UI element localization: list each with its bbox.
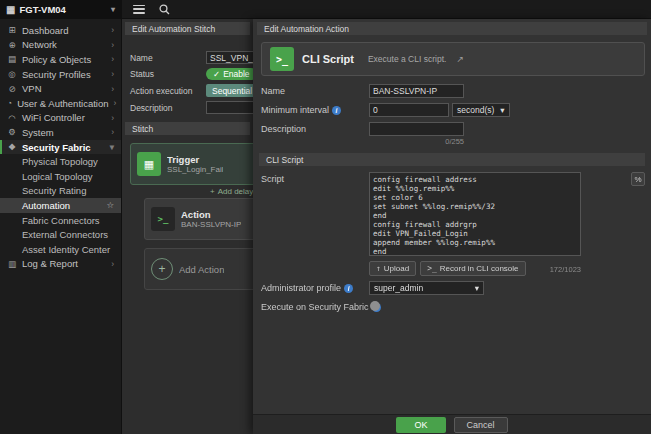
interval-unit-value: second(s)	[457, 105, 494, 115]
chevron-right-icon: ›	[111, 25, 114, 35]
info-icon[interactable]: i	[344, 284, 353, 293]
network-icon: ⊕	[7, 40, 17, 50]
sidebar-item-wifi-controller[interactable]: ◠ WiFi Controller ›	[0, 111, 121, 126]
info-icon[interactable]: i	[332, 106, 341, 115]
action-card[interactable]: >_ Action BAN-SSLVPN-IP	[144, 198, 253, 240]
sidebar-item-security-fabric[interactable]: ❖ Security Fabric ▾	[0, 140, 121, 155]
caret-down-icon: ▾	[111, 5, 115, 14]
script-label: Script	[261, 172, 369, 184]
main-area: Edit Automation Stitch Name Status ✓ Ena…	[122, 0, 651, 434]
stitch-description-input[interactable]	[206, 101, 253, 114]
status-enable-button[interactable]: ✓ Enable	[206, 68, 253, 80]
interval-unit-select[interactable]: second(s) ▾	[452, 103, 510, 117]
action-card-title: Action	[181, 209, 241, 220]
sidebar-item-dashboard[interactable]: ⊞ Dashboard ›	[0, 23, 121, 38]
cancel-button[interactable]: Cancel	[454, 417, 508, 433]
sidebar-item-label: Dashboard	[22, 25, 68, 36]
stitch-description-label: Description	[130, 103, 206, 113]
add-action-label: Add Action	[179, 264, 224, 275]
sidebar-item-fabric-connectors[interactable]: Fabric Connectors	[0, 213, 121, 228]
add-delay-label: Add delay	[218, 187, 253, 196]
action-card-subtitle: BAN-SSLVPN-IP	[181, 220, 241, 229]
chevron-right-icon: ›	[111, 84, 114, 94]
sidebar-item-vpn[interactable]: ⊘ VPN ›	[0, 81, 121, 96]
plus-circle-icon: +	[210, 187, 215, 196]
sidebar-item-label: User & Authentication	[17, 98, 108, 109]
sidebar-item-log-report[interactable]: ▥ Log & Report ›	[0, 257, 121, 272]
security-profiles-icon: ◎	[7, 69, 17, 79]
add-action-card[interactable]: + Add Action	[144, 248, 253, 290]
external-link-icon[interactable]: ↗	[456, 54, 464, 64]
caret-down-icon: ▾	[475, 283, 479, 293]
sidebar-item-label: Security Fabric	[22, 142, 91, 153]
sidebar-item-security-rating[interactable]: Security Rating	[0, 184, 121, 199]
calendar-icon: ▦	[137, 152, 161, 176]
description-char-counter: 0/255	[369, 137, 464, 146]
wifi-icon: ◠	[7, 113, 17, 123]
app-window: ▦ FGT-VM04 ▾ ⊞ Dashboard › ⊕ Network › ▤…	[0, 0, 651, 434]
hamburger-menu-icon[interactable]	[133, 5, 145, 14]
dashboard-icon: ⊞	[7, 25, 17, 35]
sidebar-item-physical-topology[interactable]: Physical Topology	[0, 154, 121, 169]
sidebar-subitem-label: Logical Topology	[22, 171, 93, 182]
trigger-card-title: Trigger	[167, 154, 223, 165]
add-delay-button[interactable]: + Add delay	[210, 185, 253, 198]
sidebar-item-label: Log & Report	[22, 258, 78, 269]
execute-fabric-label: Execute on Security Fabric	[261, 302, 369, 312]
dialog-footer: OK Cancel	[253, 414, 651, 434]
stitch-name-input[interactable]	[206, 51, 253, 64]
policy-icon: ▤	[7, 54, 17, 64]
sidebar-item-security-profiles[interactable]: ◎ Security Profiles ›	[0, 67, 121, 82]
action-description-input[interactable]	[369, 122, 464, 136]
caret-down-icon: ▾	[110, 142, 114, 152]
sidebar-item-label: VPN	[22, 83, 42, 94]
sidebar-item-label: System	[22, 127, 54, 138]
sidebar-item-label: Policy & Objects	[22, 54, 91, 65]
cli-prompt-icon: >_	[270, 47, 294, 71]
cli-script-type-subtitle: Execute a CLI script.	[368, 54, 446, 64]
plus-circle-icon: +	[151, 258, 173, 280]
chevron-right-icon: ›	[111, 259, 114, 269]
hostname-selector[interactable]: ▦ FGT-VM04 ▾	[0, 0, 121, 19]
upload-button[interactable]: ↑ Upload	[369, 261, 416, 276]
script-textarea[interactable]: config firewall address edit %%log.remip…	[369, 172, 581, 256]
ok-button[interactable]: OK	[396, 417, 445, 433]
admin-profile-select[interactable]: super_admin ▾	[369, 281, 484, 295]
fortinet-logo-icon: ▦	[6, 5, 15, 15]
vpn-icon: ⊘	[7, 84, 17, 94]
sidebar: ▦ FGT-VM04 ▾ ⊞ Dashboard › ⊕ Network › ▤…	[0, 0, 122, 434]
action-form-cli: Script config firewall address edit %%lo…	[261, 172, 645, 312]
insert-variable-button[interactable]: %	[631, 172, 645, 186]
admin-profile-label: Administrator profile	[261, 283, 341, 293]
sidebar-item-label: Network	[22, 39, 57, 50]
content-area: Edit Automation Stitch Name Status ✓ Ena…	[122, 19, 651, 434]
stitch-panel-title: Edit Automation Stitch	[125, 22, 250, 35]
action-panel-title: Edit Automation Action	[257, 22, 647, 35]
caret-down-icon: ▾	[500, 105, 504, 115]
minimum-interval-label: Minimum interval	[261, 105, 329, 115]
sidebar-item-automation[interactable]: Automation ☆	[0, 198, 121, 213]
action-name-input[interactable]	[369, 84, 464, 98]
sidebar-subitem-label: Automation	[22, 200, 70, 211]
trigger-card[interactable]: ▦ Trigger SSL_Login_Fail	[130, 143, 253, 185]
action-execution-sequential-button[interactable]: Sequential	[206, 84, 253, 97]
action-name-label: Name	[261, 84, 369, 96]
sidebar-item-asset-identity-center[interactable]: Asset Identity Center	[0, 242, 121, 257]
sidebar-item-policy-objects[interactable]: ▤ Policy & Objects ›	[0, 52, 121, 67]
sidebar-item-system[interactable]: ⚙ System ›	[0, 125, 121, 140]
upload-label: Upload	[384, 264, 409, 273]
sidebar-subitem-label: Fabric Connectors	[22, 215, 100, 226]
edit-automation-stitch-panel: Edit Automation Stitch Name Status ✓ Ena…	[122, 19, 253, 434]
sidebar-item-external-connectors[interactable]: External Connectors	[0, 227, 121, 242]
edit-automation-action-panel: Edit Automation Action >_ CLI Script Exe…	[253, 19, 651, 434]
action-execution-label: Action execution	[130, 86, 206, 96]
toggle-knob	[370, 301, 380, 311]
sidebar-nav: ⊞ Dashboard › ⊕ Network › ▤ Policy & Obj…	[0, 19, 121, 271]
search-icon[interactable]	[159, 4, 170, 15]
minimum-interval-input[interactable]	[369, 103, 449, 117]
favorite-star-icon[interactable]: ☆	[106, 200, 114, 210]
sidebar-item-logical-topology[interactable]: Logical Topology	[0, 169, 121, 184]
sidebar-item-user-authentication[interactable]: ◔ User & Authentication ›	[0, 96, 121, 111]
record-in-cli-console-button[interactable]: >_ Record in CLI console	[420, 261, 525, 276]
sidebar-item-network[interactable]: ⊕ Network ›	[0, 38, 121, 53]
